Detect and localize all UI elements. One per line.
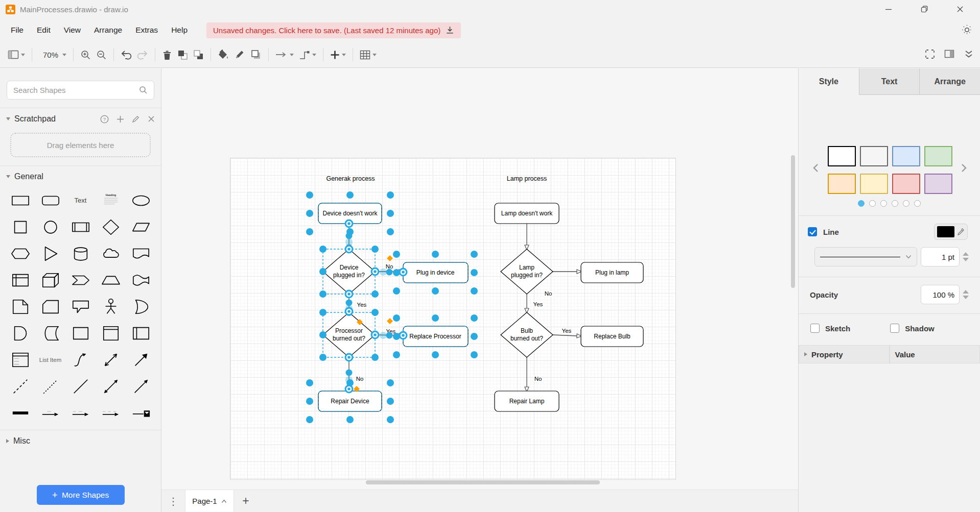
swatch-page-dot-3[interactable] <box>892 200 898 207</box>
view-panels-button[interactable] <box>5 46 28 63</box>
selection-handle-dot[interactable] <box>306 228 313 235</box>
line-checkbox[interactable] <box>808 227 817 236</box>
shape-list-item[interactable]: List Item <box>35 348 65 372</box>
shape-container[interactable] <box>65 321 96 345</box>
sketch-checkbox[interactable] <box>810 324 820 333</box>
shape-document[interactable] <box>126 241 156 265</box>
selection-handle-dot[interactable] <box>371 290 379 298</box>
shape-process[interactable] <box>65 215 96 239</box>
shape-line[interactable] <box>65 374 96 398</box>
selection-handle-dot[interactable] <box>387 398 394 405</box>
to-front-button[interactable] <box>175 46 191 63</box>
shape-link[interactable] <box>5 401 35 425</box>
waypoints-button[interactable] <box>296 46 319 63</box>
shape-note[interactable] <box>5 295 35 319</box>
fullscreen-button[interactable] <box>925 49 935 61</box>
shape-bidirectional-arrow[interactable] <box>96 348 126 372</box>
selection-handle-dot[interactable] <box>306 398 313 405</box>
shape-internal-storage[interactable] <box>5 268 35 292</box>
menu-file[interactable]: File <box>4 18 30 42</box>
restore-button[interactable] <box>906 0 942 18</box>
selection-handle-dot[interactable] <box>306 210 313 217</box>
selection-handle-dot[interactable] <box>432 351 439 358</box>
connection-style-button[interactable] <box>273 46 296 63</box>
selection-handle-dot[interactable] <box>387 210 394 217</box>
drawing-page[interactable]: Generak process Lamp process <box>230 158 676 480</box>
selection-handle-dot[interactable] <box>393 351 400 358</box>
shape-data-storage[interactable] <box>35 321 65 345</box>
add-icon[interactable] <box>116 115 124 123</box>
tab-arrange[interactable]: Arrange <box>919 68 980 95</box>
edge-midpoint-handle[interactable] <box>386 332 393 339</box>
line-width-decrease[interactable] <box>963 258 969 261</box>
shape-rectangle[interactable] <box>5 188 35 212</box>
selection-handle-dot[interactable] <box>346 416 354 423</box>
selection-handle-dot[interactable] <box>319 290 326 298</box>
menu-view[interactable]: View <box>57 18 87 42</box>
style-swatch-5[interactable] <box>860 174 888 194</box>
general-section-header[interactable]: General <box>0 166 161 187</box>
shape-curve[interactable] <box>65 348 96 372</box>
style-swatch-3[interactable] <box>924 146 952 166</box>
shape-horizontal-container[interactable] <box>126 321 156 345</box>
zoom-out-button[interactable] <box>94 46 109 63</box>
opacity-increase[interactable] <box>963 290 969 294</box>
shape-connector-arrow[interactable] <box>35 401 65 425</box>
shape-callout[interactable] <box>65 295 96 319</box>
selection-handle-dot[interactable] <box>393 287 400 295</box>
selection-handle-dot[interactable] <box>371 309 379 316</box>
selection-handle-dot[interactable] <box>387 416 394 423</box>
theme-toggle-button[interactable] <box>961 23 973 38</box>
opacity-decrease[interactable] <box>963 296 969 299</box>
selection-handle-dot[interactable] <box>471 287 478 295</box>
selection-handle-dot[interactable] <box>471 269 478 276</box>
edit-pencil-icon[interactable] <box>132 115 140 123</box>
shadow-checkbox[interactable] <box>890 324 899 333</box>
shape-square[interactable] <box>5 215 35 239</box>
shape-textbox[interactable]: Heading <box>96 188 126 212</box>
swatch-page-dot-4[interactable] <box>903 200 909 207</box>
menu-arrange[interactable]: Arrange <box>87 18 129 42</box>
add-page-button[interactable]: + <box>234 490 258 512</box>
selection-handle-dot[interactable] <box>393 251 400 258</box>
scratchpad-header[interactable]: Scratchpad ? <box>0 108 161 130</box>
shape-diamond[interactable] <box>96 215 126 239</box>
selection-handle-dot[interactable] <box>387 191 394 199</box>
selection-handle-dot[interactable] <box>306 416 313 423</box>
selection-handle-dot[interactable] <box>306 379 313 386</box>
search-icon[interactable] <box>139 86 148 96</box>
vertical-scrollbar[interactable] <box>791 155 795 288</box>
insert-button[interactable] <box>328 46 348 63</box>
search-shapes-input[interactable] <box>7 81 154 100</box>
shape-text[interactable]: Text <box>65 188 96 212</box>
close-button[interactable] <box>942 0 978 18</box>
swatch-page-dot-1[interactable] <box>869 200 876 207</box>
tab-style[interactable]: Style <box>799 68 859 95</box>
line-color-picker[interactable] <box>934 224 968 240</box>
lamp-flow-nodes[interactable] <box>495 203 643 411</box>
collapse-toolbar-button[interactable] <box>964 50 974 61</box>
selection-handle-dot[interactable] <box>319 268 326 275</box>
menu-edit[interactable]: Edit <box>30 18 57 42</box>
shape-connector-symbol[interactable] <box>126 401 156 425</box>
table-button[interactable] <box>357 46 379 63</box>
shadow-button[interactable] <box>248 46 264 63</box>
minimize-button[interactable] <box>871 0 906 18</box>
property-header-cell[interactable]: Property <box>799 345 890 363</box>
shape-hexagon[interactable] <box>5 241 35 265</box>
swatch-page-dot-0[interactable] <box>858 200 865 207</box>
shape-triangle[interactable] <box>35 241 65 265</box>
shape-bidirectional-connector[interactable] <box>96 374 126 398</box>
shape-dotted-line[interactable] <box>35 374 65 398</box>
shape-cube[interactable] <box>35 268 65 292</box>
line-color-button[interactable] <box>231 46 248 63</box>
shape-or[interactable] <box>126 295 156 319</box>
style-swatch-2[interactable] <box>892 146 920 166</box>
lamp-flow-title[interactable]: Lamp process <box>507 175 547 182</box>
shape-circle[interactable] <box>35 215 65 239</box>
zoom-in-button[interactable] <box>78 46 94 63</box>
shape-directional-connector[interactable] <box>126 374 156 398</box>
selection-handle-dot[interactable] <box>432 251 439 258</box>
selection-handle-dot[interactable] <box>346 191 354 199</box>
selection-handles[interactable] <box>306 191 478 423</box>
